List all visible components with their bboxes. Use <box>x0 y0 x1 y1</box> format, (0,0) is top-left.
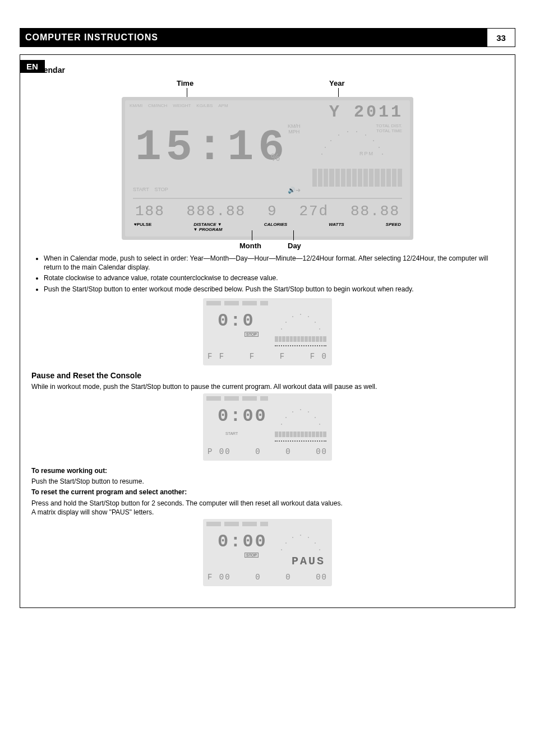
sm-val: 00 <box>316 573 328 582</box>
start-label: START <box>133 187 149 192</box>
top-label: WEIGHT <box>173 103 191 108</box>
readout-pulse: 188 <box>135 203 165 220</box>
sm-val: F F <box>207 352 225 361</box>
sm-val: 0 <box>255 447 261 456</box>
sm-time: 0:00 <box>218 406 268 426</box>
page-number: 33 <box>487 28 515 47</box>
lcd-display-small: 0:0 STOP F F F F F 0 <box>203 298 332 365</box>
lcd-bar-matrix <box>312 169 402 187</box>
top-label: CM/INCH <box>148 103 167 108</box>
sm-val: F 0 <box>310 352 328 361</box>
ann-time-label: Time <box>177 79 193 87</box>
readout-distance: 888.88 <box>187 203 246 220</box>
sm-val: P 00 <box>207 447 231 456</box>
sm-time: 0:00 <box>218 531 268 552</box>
workout-default-figure: 0:0 STOP F F F F F 0 <box>31 298 504 368</box>
lcd-display-large: Time Year KM/MI CM/INCH WEIGHT KG/LBS AP… <box>122 79 413 247</box>
bullet: Push the Start/Stop button to enter work… <box>44 285 504 294</box>
sm-val: F <box>250 352 255 361</box>
top-label: KM/MI <box>130 103 142 108</box>
header-bar: COMPUTER INSTRUCTIONS 33 <box>20 28 515 47</box>
ann-line <box>252 230 252 240</box>
stop-label: STOP <box>155 187 168 192</box>
lcd-bottom-legends: ♥PULSE DISTANCE ▼ ▼ PROGRAM CALORIES WAT… <box>134 222 401 232</box>
lcd-startstop-labels: START STOP <box>133 187 168 192</box>
header-title: COMPUTER INSTRUCTIONS <box>25 33 158 43</box>
lcd-bottom-readouts: 188 888.88 9 27d 88.88 <box>135 203 400 220</box>
sm-val: 0 <box>255 573 261 582</box>
top-label: KG/LBS <box>196 103 213 108</box>
sm-time: 0:0 <box>218 310 255 331</box>
sm-val: F <box>280 352 285 361</box>
sm-dial <box>280 532 322 556</box>
lcd-time-readout: 15:16 <box>135 123 289 172</box>
sm-val: 0 <box>285 573 291 582</box>
resume-heading: To resume working out: <box>31 467 107 475</box>
bluetooth-icon: 🔊➜ <box>288 187 301 194</box>
pause-intro: While in workout mode, push the Start/St… <box>31 382 504 391</box>
sm-dial <box>280 407 322 430</box>
legend-speed: SPEED <box>386 222 401 232</box>
legend-watts: WATTS <box>329 222 344 232</box>
paus-figure: 0:00 STOP PAUS F 00 0 0 00 <box>31 519 504 588</box>
sm-bottom-readouts: P 00 0 0 00 <box>207 447 328 456</box>
resume-body: Push the Start/Stop button to resume. <box>31 477 504 486</box>
sm-dotline <box>275 345 326 346</box>
lcd-panel: KM/MI CM/INCH WEIGHT KG/LBS APM Y 2011 T… <box>122 97 413 240</box>
sm-bottom-readouts: F 00 0 0 00 <box>207 573 328 582</box>
calendar-figure: Time Year KM/MI CM/INCH WEIGHT KG/LBS AP… <box>31 79 504 249</box>
legend-pulse: ♥PULSE <box>134 222 151 232</box>
lcd-year: Y 2011 <box>329 103 403 122</box>
sm-stop-indicator: STOP <box>245 553 259 558</box>
sm-dotline <box>275 440 326 442</box>
lcd-display-small: 0:00 START P 00 0 0 00 <box>203 393 332 461</box>
rpm-dial <box>319 128 386 167</box>
sm-start-indicator: START <box>225 432 238 435</box>
readout-day: 27d <box>299 203 329 220</box>
bullet: When in Calendar mode, push to select in… <box>44 254 504 272</box>
pause-heading: Pause and Reset the Console <box>31 371 504 380</box>
pause-figure: 0:00 START P 00 0 0 00 <box>31 393 504 463</box>
lcd-percent: % <box>271 152 280 164</box>
sm-dial <box>280 312 322 335</box>
sm-stop-indicator: STOP <box>245 332 259 337</box>
ann-year-label: Year <box>329 79 344 87</box>
sm-bottom-readouts: F F F F F 0 <box>207 352 328 361</box>
reset-heading: To reset the current program and select … <box>31 488 187 496</box>
top-label: APM <box>218 103 228 108</box>
paus-text: PAUS <box>292 555 325 568</box>
ann-line <box>293 230 294 240</box>
sm-val: 00 <box>316 447 328 456</box>
readout-month: 9 <box>268 203 278 220</box>
sm-val: F 00 <box>207 573 231 582</box>
sm-val: 0 <box>285 447 291 456</box>
calendar-heading: Calendar <box>31 66 504 75</box>
ann-day-label: Day <box>288 242 301 250</box>
legend-calories: CALORIES <box>264 222 287 232</box>
calendar-bullets: When in Calendar mode, push to select in… <box>31 254 504 294</box>
lcd-divider <box>133 198 402 199</box>
bullet: Rotate clockwise to advance value, rotat… <box>44 273 504 282</box>
readout-speed: 88.88 <box>350 203 400 220</box>
lcd-kmh-label: KM/H MPH <box>288 124 301 135</box>
rpm-label: RPM <box>359 151 374 156</box>
language-tag: EN <box>20 60 45 73</box>
manual-page: COMPUTER INSTRUCTIONS 33 EN Calendar Tim… <box>0 0 535 756</box>
content-frame: Calendar Time Year KM/MI CM/INCH WEIGHT … <box>20 54 515 608</box>
lcd-display-small: 0:00 STOP PAUS F 00 0 0 00 <box>203 519 332 586</box>
reset-body: Press and hold the Start/Stop button for… <box>31 499 504 517</box>
ann-month-label: Month <box>239 242 261 250</box>
legend-distance: DISTANCE ▼ ▼ PROGRAM <box>193 222 223 232</box>
